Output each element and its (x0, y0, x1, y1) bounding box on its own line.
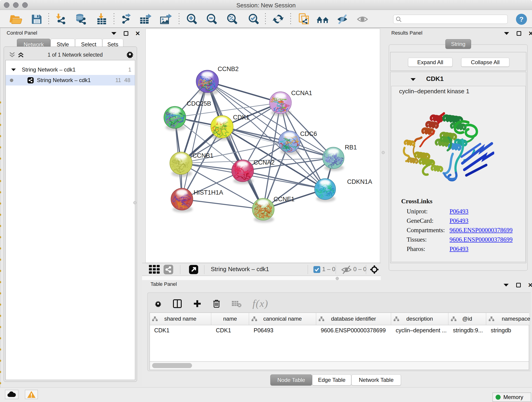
svg-text:CCNA2: CCNA2 (254, 159, 275, 166)
svg-text:CCNB2: CCNB2 (218, 65, 239, 72)
svg-text:CDK1: CDK1 (233, 114, 249, 121)
svg-text:CCNE1: CCNE1 (273, 196, 295, 203)
svg-text:CCNA1: CCNA1 (291, 89, 312, 96)
svg-text:CCNB1: CCNB1 (192, 152, 214, 159)
svg-text:CDC25B: CDC25B (187, 100, 211, 107)
svg-text:CDKN1A: CDKN1A (347, 178, 372, 185)
svg-text:RB1: RB1 (345, 144, 357, 151)
svg-text:HIST1H1A: HIST1H1A (194, 189, 223, 196)
svg-text:CDC6: CDC6 (300, 130, 317, 137)
svg-text:?: ? (519, 15, 524, 23)
